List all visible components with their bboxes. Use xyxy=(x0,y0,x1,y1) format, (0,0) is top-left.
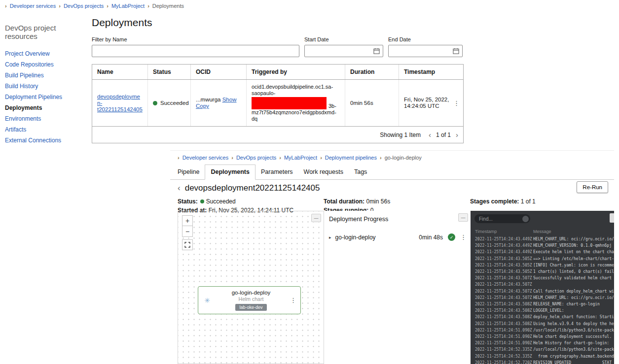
tab[interactable]: Work requests xyxy=(298,165,349,179)
duration-cell: 0min 56s xyxy=(345,80,399,126)
sidebar-item[interactable]: External Connections xyxy=(5,137,88,144)
table-footer: Showing 1 Item ‹ 1 of 1 › xyxy=(92,127,463,143)
collapse-progress-button[interactable]: — xyxy=(458,213,468,222)
log-timestamp: 2022-11-25T14:24:43.449Z xyxy=(475,236,533,242)
zoom-in-button[interactable]: + xyxy=(182,215,193,226)
log-timestamp: 2022-11-25T14:24:43.508Z xyxy=(475,314,533,320)
breadcrumb-item[interactable]: MyLabProject xyxy=(279,155,317,161)
log-message: HELM_CHART_URL: oci://gru.ocir.io/grc xyxy=(533,295,614,301)
tab[interactable]: Deployments xyxy=(205,165,255,180)
log-message: LOGGER_LEVEL: xyxy=(533,307,614,314)
calendar-icon[interactable] xyxy=(453,48,459,54)
zoom-controls: + − xyxy=(182,215,193,250)
log-timestamp: 2022-11-25T14:24:43.505Z xyxy=(475,256,533,262)
log-timestamp: 2022-11-25T14:24:43.508Z xyxy=(475,301,533,307)
sidebar-item[interactable]: Build History xyxy=(5,83,88,90)
column-header-duration[interactable]: Duration xyxy=(345,65,399,79)
log-timestamp: 2022-11-25T14:24:43.505Z xyxy=(475,268,533,275)
start-date-input[interactable] xyxy=(308,48,373,55)
log-timestamp: 2022-11-25T14:24:43.507Z xyxy=(475,288,533,295)
sidebar-item[interactable]: Deployment Pipelines xyxy=(5,94,88,100)
status-cell: Succeeded xyxy=(148,80,191,126)
breadcrumb-item[interactable]: MyLabProject xyxy=(107,3,145,9)
next-page-icon[interactable]: › xyxy=(456,131,458,139)
log-message: Successfully validated helm chart xyxy=(533,275,614,281)
filter-by-name-input[interactable] xyxy=(95,48,296,55)
sidebar-item[interactable]: Deployments xyxy=(5,104,88,111)
log-timestamp: 2022-11-25T14:24:52.720Z xyxy=(475,360,533,364)
stage-card-subtitle: Helm chart xyxy=(212,296,290,302)
row-actions-kebab-icon[interactable]: ⋮ xyxy=(453,100,460,106)
expand-stage-icon[interactable]: ▸ xyxy=(329,235,331,240)
breadcrumb-item[interactable]: Developer services xyxy=(178,155,228,161)
fit-canvas-button[interactable] xyxy=(182,239,193,250)
stage-duration: 0min 48s xyxy=(419,234,443,241)
end-date-input[interactable] xyxy=(392,48,453,55)
ocid-copy-link[interactable]: Copy xyxy=(196,103,209,109)
column-header-timestamp[interactable]: Timestamp xyxy=(399,65,463,79)
triggered-by-line: dq xyxy=(252,116,340,122)
breadcrumb-item[interactable]: go-login-deploy xyxy=(380,155,422,161)
environment-badge: lab-oke-dev xyxy=(235,304,266,311)
deployment-link[interactable]: devopsdeploymen-t20221125142405 xyxy=(97,94,143,113)
stage-card[interactable]: ✳ go-login-deploy Helm chart lab-oke-dev… xyxy=(198,286,301,314)
log-timestamp: 2022-11-25T14:24:43.449Z xyxy=(475,242,533,249)
page-title: Deployments xyxy=(92,17,464,29)
sidebar-item[interactable]: Code Repositories xyxy=(5,61,88,68)
column-header-name[interactable]: Name xyxy=(92,65,148,79)
filter-name-label: Filter by Name xyxy=(92,36,299,42)
stage-actions-kebab-icon[interactable]: ⋮ xyxy=(460,234,467,240)
log-line: 2022-11-25T14:24:51.090Z Helm chart depl… xyxy=(475,333,614,340)
status-text: Succeeded xyxy=(160,100,189,106)
log-timestamp-header: Timestamp xyxy=(475,229,533,234)
log-message: 1 chart(s) linted, 0 chart(s) failed xyxy=(533,268,614,275)
column-header-status[interactable]: Status xyxy=(148,65,191,79)
back-chevron-icon[interactable]: ‹ xyxy=(178,183,181,193)
sidebar-item[interactable]: Artifacts xyxy=(5,126,88,133)
stage-card-kebab-icon[interactable]: ⋮ xyxy=(290,297,296,303)
timestamp-line: Fri, Nov 25, 2022, xyxy=(404,97,451,103)
sidebar-title: DevOps project resources xyxy=(5,20,88,50)
log-timestamp: 2022-11-25T14:24:51.090Z xyxy=(475,333,533,340)
breadcrumb-item[interactable]: Deployments xyxy=(147,3,184,9)
column-header-ocid[interactable]: OCID xyxy=(191,65,247,79)
rerun-button[interactable]: Re-Run xyxy=(577,181,608,193)
log-line: 2022-11-25T14:24:43.507Z Successfully va… xyxy=(475,275,614,281)
log-message: Using helm.v3.9.4 to deploy the helm xyxy=(533,321,614,327)
breadcrumb-item[interactable]: Developer services xyxy=(5,3,56,9)
log-header: Timestamp Message xyxy=(475,229,551,234)
column-header-triggered-by[interactable]: Triggered by xyxy=(247,65,345,79)
breadcrumb-item[interactable]: DevOps projects xyxy=(59,3,104,9)
sidebar-item[interactable]: Build Pipelines xyxy=(5,72,88,79)
log-message: from cryptography.hazmat.backends im xyxy=(533,353,614,360)
status-dot xyxy=(153,101,157,105)
tab[interactable]: Tags xyxy=(349,165,372,179)
log-message: /usr/local/lib/python3.6/site-packages xyxy=(533,346,614,353)
panel-edge-button[interactable] xyxy=(610,213,614,223)
calendar-icon[interactable] xyxy=(373,48,380,54)
find-history-icon[interactable] xyxy=(522,216,529,222)
ocid-show-link[interactable]: Show xyxy=(222,97,237,102)
redaction-overlay xyxy=(252,97,327,109)
log-message: RELEASE_NAME: chart-go-login xyxy=(533,301,614,307)
deployments-main: Deployments Filter by Name Start Date En… xyxy=(92,17,464,143)
log-line: 2022-11-25T14:24:51.090Z Helm History fo… xyxy=(475,340,614,346)
log-line: 2022-11-25T14:24:43.449Z HELM_CHART_VERS… xyxy=(475,242,614,249)
triggered-by-line: saopaulo- xyxy=(252,90,340,97)
breadcrumb-item[interactable]: Deployment pipelines xyxy=(320,155,377,161)
breadcrumb-item[interactable]: DevOps projects xyxy=(231,155,276,161)
window-deployments-list: Developer servicesDevOps projectsMyLabPr… xyxy=(0,0,464,149)
tab[interactable]: Parameters xyxy=(255,165,298,179)
prev-page-icon[interactable]: ‹ xyxy=(429,131,431,139)
tab[interactable]: Pipeline xyxy=(172,165,205,179)
zoom-out-button[interactable]: − xyxy=(182,226,193,237)
collapse-canvas-button[interactable]: — xyxy=(311,214,321,222)
find-input[interactable] xyxy=(479,216,522,222)
log-message: /usr/local/lib/python3.6/site-packages xyxy=(533,327,614,333)
sidebar-item[interactable]: Project Overview xyxy=(5,50,88,57)
log-timestamp: 2022-11-25T14:24:43.507Z xyxy=(475,275,533,281)
log-timestamp: 2022-11-25T14:24:52.335Z xyxy=(475,353,533,360)
sidebar-item[interactable]: Environments xyxy=(5,115,88,122)
log-message: HELM_CHART_VERSION: 0.1.0-qmhn6pj xyxy=(533,242,614,249)
log-line: 2022-11-25T14:24:43.449Z HELM_CHART_URL:… xyxy=(475,236,614,242)
